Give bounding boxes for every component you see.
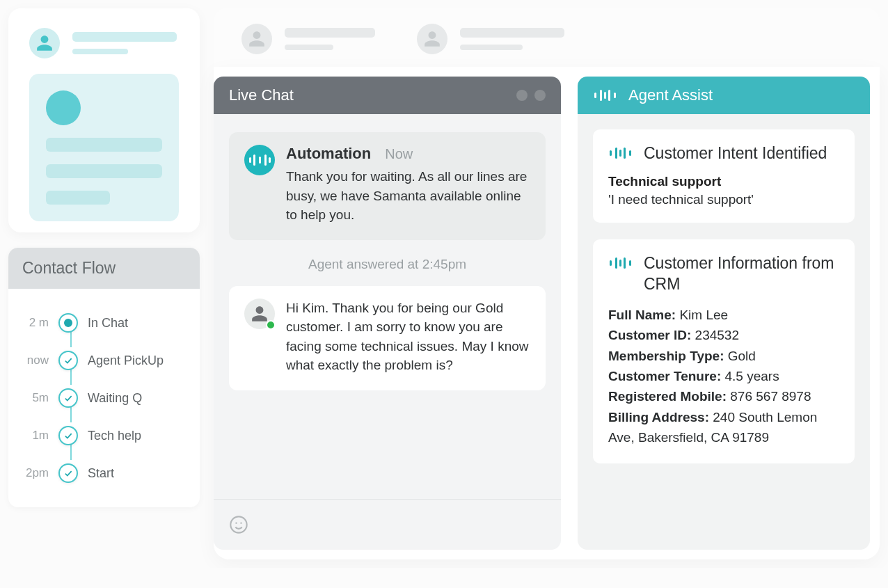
timeline-check-icon — [58, 426, 78, 445]
chat-system-message: Agent answered at 2:45pm — [229, 253, 546, 273]
flow-step-time: 1m — [21, 429, 49, 443]
crm-field: Full Name: Kim Lee — [608, 305, 839, 325]
svg-point-1 — [235, 523, 237, 524]
conversation-tab[interactable] — [241, 24, 375, 54]
agent-avatar-icon — [244, 299, 275, 329]
avatar-icon — [417, 24, 447, 54]
live-chat-title: Live Chat — [229, 86, 294, 104]
online-status-icon — [266, 320, 276, 330]
placeholder-line — [72, 32, 177, 42]
agent-assist-title: Agent Assist — [628, 86, 713, 104]
active-customer-card[interactable] — [8, 8, 200, 232]
agent-assist-panel: Agent Assist Customer Intent Identified … — [578, 77, 870, 550]
conversation-tabs — [214, 8, 880, 67]
dashboard: Contact Flow 2 m In Chat now Agent PickU… — [8, 8, 880, 559]
chat-input-area[interactable] — [214, 499, 561, 550]
conversation-tab[interactable] — [417, 24, 564, 54]
placeholder-line — [46, 138, 162, 152]
placeholder-line — [460, 45, 523, 50]
flow-step[interactable]: now Agent PickUp — [21, 342, 187, 379]
flow-step-label: Start — [88, 466, 114, 481]
flow-step[interactable]: 1m Tech help — [21, 417, 187, 454]
header-dot-icon[interactable] — [516, 90, 528, 101]
agent-assist-header: Agent Assist — [578, 77, 870, 114]
crm-field: Registered Mobile: 876 567 8978 — [608, 386, 839, 406]
pulse-icon — [608, 257, 633, 269]
flow-step[interactable]: 2 m In Chat — [21, 304, 187, 342]
chat-message-bot: Automation Now Thank you for waiting. As… — [229, 132, 546, 240]
placeholder-line — [460, 28, 564, 38]
crm-field: Customer ID: 234532 — [608, 325, 839, 345]
crm-card: Customer Information from CRM Full Name:… — [593, 239, 855, 463]
avatar-icon — [241, 24, 272, 54]
intent-tag: Technical support — [608, 174, 839, 189]
timeline-check-icon — [58, 351, 78, 370]
contact-flow-panel: Contact Flow 2 m In Chat now Agent PickU… — [8, 248, 200, 507]
bot-avatar-icon — [244, 145, 275, 175]
pulse-icon — [608, 148, 633, 159]
crm-field: Customer Tenure: 4.5 years — [608, 366, 839, 386]
header-actions — [516, 90, 546, 101]
message-sender: Automation — [286, 145, 371, 163]
contact-flow-title: Contact Flow — [8, 248, 200, 289]
live-chat-panel: Live Chat — [214, 77, 561, 550]
contact-flow-timeline: 2 m In Chat now Agent PickUp 5m Waiting … — [8, 289, 200, 492]
flow-step-time: now — [21, 353, 49, 367]
placeholder-line — [285, 28, 375, 38]
flow-step-label: Agent PickUp — [88, 353, 164, 368]
left-column: Contact Flow 2 m In Chat now Agent PickU… — [8, 8, 200, 507]
header-dot-icon[interactable] — [534, 90, 546, 101]
avatar-icon — [29, 28, 60, 58]
timeline-check-icon — [58, 463, 78, 483]
message-text: Hi Kim. Thank you for being our Gold cus… — [286, 299, 530, 375]
flow-step-label: Tech help — [88, 429, 141, 443]
flow-step-time: 2pm — [21, 466, 49, 480]
crm-field: Billing Address: 240 South Lemon Ave, Ba… — [608, 407, 839, 448]
placeholder-line — [285, 45, 333, 50]
placeholder-line — [72, 49, 128, 54]
profile-card — [29, 74, 179, 221]
intent-quote: 'I need technical support' — [608, 192, 839, 207]
emoji-icon[interactable] — [229, 515, 248, 534]
live-chat-header: Live Chat — [214, 77, 561, 114]
crm-card-title: Customer Information from CRM — [644, 253, 839, 295]
chat-message-agent: Hi Kim. Thank you for being our Gold cus… — [229, 286, 546, 390]
message-time: Now — [385, 146, 413, 162]
profile-avatar — [46, 90, 81, 125]
placeholder-line — [46, 191, 110, 205]
flow-step-time: 2 m — [21, 316, 49, 330]
flow-step-label: Waiting Q — [88, 391, 142, 406]
flow-step[interactable]: 2pm Start — [21, 454, 187, 492]
message-text: Thank you for waiting. As all our lines … — [286, 167, 530, 225]
flow-step-label: In Chat — [88, 316, 128, 331]
svg-point-2 — [240, 523, 241, 524]
timeline-check-icon — [58, 388, 78, 408]
svg-point-0 — [230, 516, 246, 532]
chat-transcript[interactable]: Automation Now Thank you for waiting. As… — [214, 114, 561, 499]
main-area: Live Chat — [214, 8, 880, 559]
placeholder-line — [46, 164, 162, 178]
flow-step-time: 5m — [21, 391, 49, 405]
intent-card: Customer Intent Identified Technical sup… — [593, 129, 855, 223]
timeline-dot-current-icon — [58, 313, 78, 333]
crm-field: Membership Type: Gold — [608, 346, 839, 366]
pulse-icon — [593, 90, 617, 101]
flow-step[interactable]: 5m Waiting Q — [21, 379, 187, 417]
intent-card-title: Customer Intent Identified — [644, 143, 827, 164]
